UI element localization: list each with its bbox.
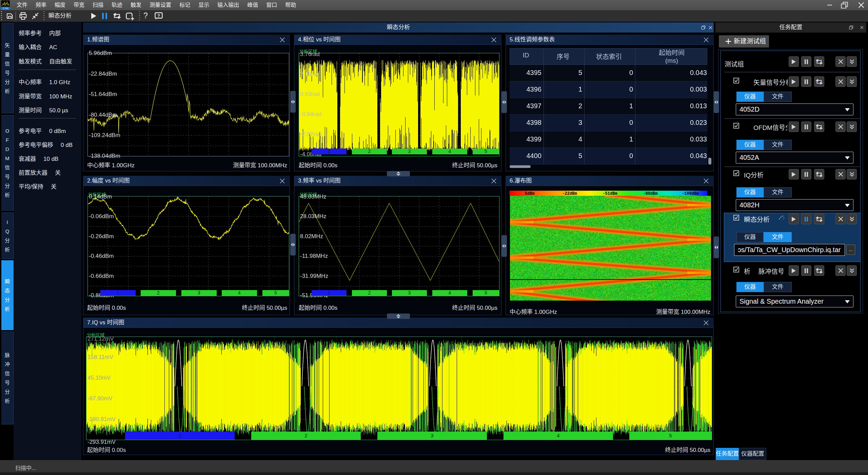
svg-text:?: ? xyxy=(157,13,160,18)
